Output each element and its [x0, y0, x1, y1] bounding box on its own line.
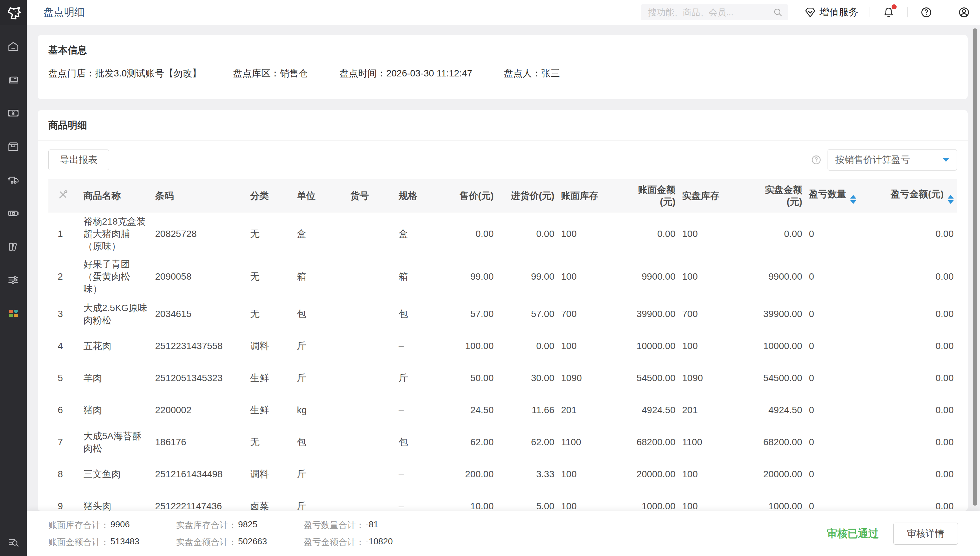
audit-detail-button[interactable]: 审核详情	[893, 523, 958, 545]
cell-sale-price: 10.00	[444, 490, 497, 511]
cell-actual-amount: 20000.00	[747, 458, 806, 490]
table-row: 6 猪肉 2200002 生鲜 kg – 24.50 11.66 201 492…	[48, 394, 957, 426]
help-circle-icon[interactable]	[811, 155, 822, 165]
field-value: 销售仓	[280, 68, 308, 78]
cell-index: 7	[48, 426, 80, 458]
field-label: 盘点门店：	[48, 68, 95, 78]
cell-sale-price: 50.00	[444, 362, 497, 394]
cell-spec: –	[395, 330, 444, 362]
cell-category: 无	[247, 255, 293, 298]
cell-item-no	[347, 298, 395, 330]
help-button[interactable]	[919, 5, 934, 20]
search-input[interactable]	[648, 7, 773, 18]
field-label: 盘点库区：	[233, 68, 280, 78]
cell-category: 无	[247, 298, 293, 330]
cell-profit-loss-amount: 0.00	[867, 426, 957, 458]
help-icon	[920, 6, 933, 19]
column-settings-header[interactable]	[48, 179, 80, 213]
inventory-box-icon	[7, 140, 20, 153]
cell-sale-price: 62.00	[444, 426, 497, 458]
divider	[945, 7, 945, 17]
sidebar-item-search-menu[interactable]	[0, 528, 27, 555]
sort-icon[interactable]	[850, 195, 856, 204]
cell-purchase-price: 0.00	[497, 330, 558, 362]
cell-book-amount: 68200.00	[627, 426, 679, 458]
field-value: 2026-03-30 11:12:47	[386, 68, 472, 78]
cell-barcode: 2034615	[152, 298, 247, 330]
value-added-services-button[interactable]: 增值服务	[804, 6, 858, 19]
sort-icon[interactable]	[948, 195, 954, 204]
table-row: 1 裕杨218克盒装超大猪肉脯（原味） 20825728 无 盒 盒 0.00 …	[48, 213, 957, 255]
cell-purchase-price: 5.00	[497, 490, 558, 511]
pos-terminal-icon	[7, 73, 20, 86]
header-barcode: 条码	[152, 179, 247, 213]
cell-book-amount: 9900.00	[627, 255, 679, 298]
cell-actual-amount: 9900.00	[747, 255, 806, 298]
summary-value: 9825	[238, 519, 267, 531]
product-detail-title: 商品明细	[38, 110, 968, 132]
cell-barcode: 2512051345323	[152, 362, 247, 394]
header-label: 盈亏金额(元)	[891, 189, 944, 199]
cell-product-name: 五花肉	[80, 330, 152, 362]
cell-purchase-price: 0.00	[497, 213, 558, 255]
cell-book-stock: 100	[558, 330, 627, 362]
field-label: 盘点时间：	[340, 68, 386, 78]
cell-actual-stock: 100	[679, 255, 747, 298]
header-purchase-price: 进货价(元)	[497, 179, 558, 213]
table-row: 9 猪头肉 2512221147436 卤菜 斤 – 10.00 5.00 10…	[48, 490, 957, 511]
sidebar-item-delivery[interactable]	[0, 166, 27, 193]
cell-profit-loss-amount: 0.00	[867, 213, 957, 255]
global-search[interactable]	[641, 4, 788, 20]
header-unit: 单位	[293, 179, 347, 213]
field-operator: 盘点人：张三	[504, 67, 560, 80]
header-item-no: 货号	[347, 179, 395, 213]
reports-books-icon	[7, 240, 20, 253]
sidebar-item-cashier[interactable]	[0, 66, 27, 93]
cell-category: 卤菜	[247, 490, 293, 511]
search-icon[interactable]	[773, 7, 783, 17]
cell-profit-loss-amount: 0.00	[867, 362, 957, 394]
divider	[38, 140, 968, 141]
cell-book-amount: 10000.00	[627, 330, 679, 362]
cell-profit-loss-qty: 0	[806, 298, 867, 330]
notifications-button[interactable]	[881, 5, 896, 20]
cell-barcode: 186176	[152, 426, 247, 458]
sidebar	[0, 0, 27, 556]
table-toolbar: 导出报表 按销售价计算盈亏	[48, 149, 957, 171]
table-row: 5 羊肉 2512051345323 生鲜 斤 斤 50.00 30.00 10…	[48, 362, 957, 394]
cell-unit: 斤	[293, 330, 347, 362]
export-report-button[interactable]: 导出报表	[48, 150, 109, 170]
account-button[interactable]	[957, 5, 971, 20]
cell-actual-stock: 201	[679, 394, 747, 426]
sidebar-item-home[interactable]	[0, 33, 27, 60]
cell-unit: 斤	[293, 490, 347, 511]
book-summary-group: 账面库存合计： 9906 账面金额合计： 513483	[48, 519, 139, 548]
sidebar-item-reports[interactable]	[0, 233, 27, 260]
divider	[907, 7, 907, 17]
header-profit-loss-amount[interactable]: 盈亏金额(元)	[867, 179, 957, 213]
cell-index: 5	[48, 362, 80, 394]
cell-book-amount: 0.00	[627, 213, 679, 255]
sidebar-item-member-card[interactable]	[0, 200, 27, 226]
summary-value: 9906	[110, 519, 139, 531]
cell-actual-stock: 100	[679, 330, 747, 362]
vas-label: 增值服务	[820, 6, 858, 19]
home-icon	[7, 40, 20, 53]
cell-product-name: 猪肉	[80, 394, 152, 426]
header-label: 盈亏数量	[809, 189, 846, 199]
header-profit-loss-qty[interactable]: 盈亏数量	[806, 179, 867, 213]
cell-product-name: 羊肉	[80, 362, 152, 394]
cell-profit-loss-amount: 0.00	[867, 255, 957, 298]
brand-logo[interactable]	[0, 0, 27, 25]
header-spec: 规格	[395, 179, 444, 213]
cell-barcode: 2512231437558	[152, 330, 247, 362]
cell-product-name: 大成5A海苔酥肉松	[80, 426, 152, 458]
sidebar-item-inventory[interactable]	[0, 133, 27, 160]
sidebar-item-settings[interactable]	[0, 267, 27, 293]
profit-calc-mode-select[interactable]: 按销售价计算盈亏	[828, 149, 957, 171]
cell-sale-price: 57.00	[444, 298, 497, 330]
scrollbar-thumb[interactable]	[973, 28, 977, 506]
sidebar-item-apps[interactable]	[0, 300, 27, 327]
cell-index: 4	[48, 330, 80, 362]
sidebar-item-finance[interactable]	[0, 100, 27, 126]
